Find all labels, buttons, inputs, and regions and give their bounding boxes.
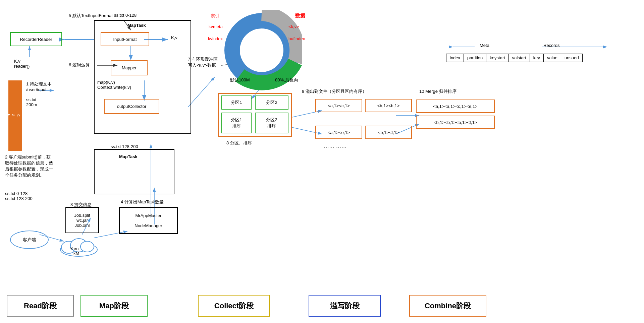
recorder-reader-box: RecorderReader xyxy=(10,32,62,46)
partition1-sort-label: 分区1排序 xyxy=(231,117,242,129)
sstxt-128-200-label: ss.txt 128-200 xyxy=(111,144,138,149)
step1-label: 1 待处理文本 /user/input ss.txt 200m xyxy=(26,81,52,107)
step8-label: 8 分区、排序 xyxy=(226,140,252,146)
sstxt-0-128-label: ss.txt 0-128 xyxy=(114,13,137,18)
spill-a1c1-box: <a,1><c,1> xyxy=(315,99,362,112)
bufindex-label: bufindex xyxy=(288,36,305,41)
mrappmaster-label: MrAppMaster xyxy=(135,213,162,218)
output-collector-label: outputCollector xyxy=(117,104,146,109)
keystart-col: keystart xyxy=(486,54,509,62)
input-format-box: InputFormat xyxy=(101,32,149,46)
data-red-label: 数据 xyxy=(295,13,305,19)
recorder-reader-label: RecorderReader xyxy=(20,37,52,42)
spill-a1e1-box: <a,1><e,1> xyxy=(315,126,362,139)
stage-map: Map阶段 xyxy=(80,295,148,317)
spill-a1e1-label: <a,1><e,1> xyxy=(328,130,350,135)
partition2-label: 分区2 xyxy=(266,100,277,106)
merge2-box: <b,1><b,1><b,1><f,1> xyxy=(416,116,495,129)
step5-label: 5 默认TextInputFormat xyxy=(69,13,113,19)
spill-b1b1-box: <b,1><b,1> xyxy=(365,99,412,112)
value-col: value xyxy=(543,54,561,62)
step10-label: 10 Merge 归并排序 xyxy=(419,88,457,94)
mrappmaster-box: MrAppMaster NodeManager xyxy=(119,207,178,234)
stage-combine: Combine阶段 xyxy=(409,295,486,317)
svg-point-29 xyxy=(80,241,94,252)
client-label: 客户端 xyxy=(23,237,36,243)
partition2-box: 分区2 xyxy=(255,95,288,110)
step7-label: 7 向环形缓冲区 写入<k,v>数据 xyxy=(188,56,218,68)
kv-arrow-label: K,v xyxy=(171,35,177,40)
spill-b1f1-label: <b,1><f,1> xyxy=(378,130,399,135)
merge2-label: <b,1><b,1><b,1><f,1> xyxy=(434,120,477,125)
step4-label: 4 计算出MapTask数量 xyxy=(121,199,164,205)
partition2-sort-label: 分区2排序 xyxy=(266,117,277,129)
stage-read: Read阶段 xyxy=(7,295,74,317)
percent80-label: 80%,后反向 xyxy=(275,77,298,83)
meta-records-table: index partition keystart valstart key va… xyxy=(446,54,583,62)
key-col: key xyxy=(530,54,543,62)
sstxt-list-label: ss.txt 0-128 ss.txt 128-200 xyxy=(5,191,33,201)
svg-text:RM: RM xyxy=(72,251,79,256)
svg-point-33 xyxy=(240,28,283,72)
map-context-label: map(K,v) Context.write(k,v) xyxy=(97,80,131,90)
partition-col: partition xyxy=(464,54,486,62)
partition1-label: 分区1 xyxy=(231,100,242,106)
step6-label: 6 逻辑运算 xyxy=(69,62,90,68)
svg-line-8 xyxy=(188,77,215,107)
index-red-label: 索引 xyxy=(211,13,219,19)
valstart-col: valstart xyxy=(508,54,530,62)
default100m-label: 默认100M xyxy=(230,77,250,83)
partition1-sort-box: 分区1排序 xyxy=(221,113,252,133)
spill-b1b1-label: <b,1><b,1> xyxy=(377,103,400,108)
spill-a1c1-label: <a,1><c,1> xyxy=(328,103,350,108)
merge1-box: <a,1><a,1><c,1><e,1> xyxy=(416,100,495,113)
kv-reader-label: K,vreader() xyxy=(14,59,30,69)
index-col: index xyxy=(446,54,464,62)
wc-jar: wc.jar xyxy=(74,218,90,223)
merge1-label: <a,1><a,1><c,1><e,1> xyxy=(433,104,477,109)
mapper-label: Mapper xyxy=(122,65,137,70)
meta-label: Meta xyxy=(480,43,489,48)
step9-label: 9 溢出到文件（分区且区内有序） xyxy=(302,88,367,94)
maptask2-label: MapTask xyxy=(119,154,138,159)
mapper-box: Mapper xyxy=(111,60,148,75)
input-format-label: InputFormat xyxy=(113,37,137,42)
output-collector-box: outputCollector xyxy=(104,99,159,114)
maptask1-label: MapTask xyxy=(127,23,146,28)
client-ellipse: 客户端 xyxy=(10,231,49,249)
dots-label: …… …… xyxy=(324,143,346,149)
job-files-box: Job.split wc.jar Job.xml xyxy=(65,207,99,233)
stage-spill: 溢写阶段 xyxy=(309,295,381,317)
job-split: Job.split xyxy=(74,213,90,218)
kv-red-label: <k,v> xyxy=(288,24,299,29)
nodemanager-label: NodeManager xyxy=(135,223,162,228)
orange-bar: abcab… xyxy=(8,80,22,151)
partition2-sort-box: 分区2排序 xyxy=(255,113,288,133)
records-label: Records xyxy=(543,43,559,48)
kvmeta-label: kvmeta xyxy=(209,24,223,29)
step2-label: 2 客户端submit()前，获 取待处理数据的信息，然 后根据参数配置，形成一… xyxy=(5,154,72,178)
kvindex-label: kvindex xyxy=(208,36,223,41)
stage-collect: Collect阶段 xyxy=(198,295,270,317)
job-xml: Job.xml xyxy=(74,223,90,228)
spill-b1f1-box: <b,1><f,1> xyxy=(365,126,412,139)
partition1-box: 分区1 xyxy=(221,95,252,110)
yarn-rm-cloud: Yarn RM xyxy=(57,231,101,258)
unsued-col: unsued xyxy=(561,54,583,62)
